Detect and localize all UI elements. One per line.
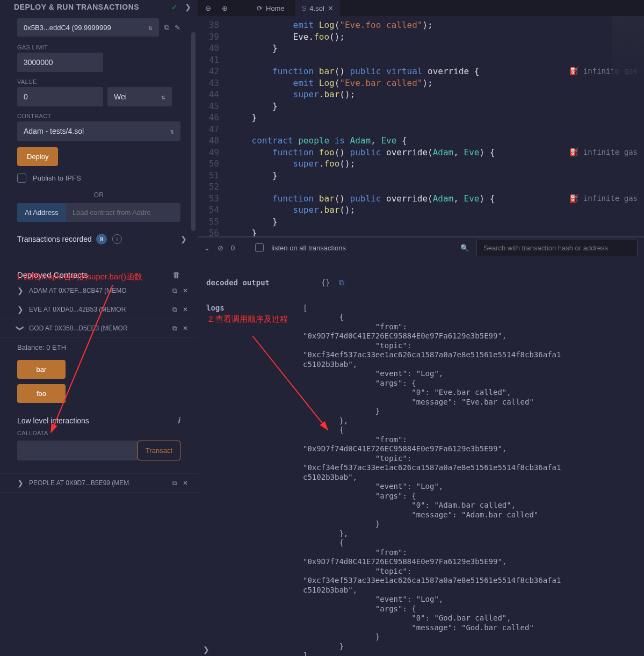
contract-select[interactable]: Adam - tests/4.sol bbox=[17, 121, 180, 141]
contract-label: CONTRACT bbox=[17, 113, 180, 119]
pending-count: 0 bbox=[231, 244, 235, 252]
code-editor[interactable]: 38 emit Log("Eve.foo called");39 Eve.foo… bbox=[198, 16, 644, 236]
collapse-icon[interactable]: ❯ bbox=[185, 3, 191, 11]
trash-icon[interactable]: 🗑 bbox=[172, 270, 180, 279]
copy-icon[interactable]: ⧉ bbox=[172, 479, 177, 487]
calldata-label: CALLDATA bbox=[0, 430, 198, 436]
at-address-input[interactable] bbox=[66, 203, 180, 222]
copy-icon[interactable]: ⧉ bbox=[172, 306, 177, 313]
contract-item-god[interactable]: ❯ GOD AT 0X358...D5EE3 (MEMOR ⧉ ✕ bbox=[0, 319, 198, 338]
edit-icon[interactable]: ✎ bbox=[175, 24, 180, 32]
chevron-right-icon: ❯ bbox=[17, 305, 24, 314]
clear-icon[interactable]: ⊘ bbox=[218, 244, 223, 252]
account-value: 0x5B3...eddC4 (99.9999999 bbox=[24, 24, 111, 32]
close-icon[interactable]: ✕ bbox=[183, 325, 188, 332]
copy-icon[interactable]: ⧉ bbox=[339, 278, 344, 287]
collapse-terminal-icon[interactable]: ⌄ bbox=[204, 244, 210, 252]
account-selector[interactable]: 0x5B3...eddC4 (99.9999999 bbox=[17, 18, 159, 37]
deploy-run-panel: DEPLOY & RUN TRANSACTIONS ✓ ❯ 0x5B3...ed… bbox=[0, 0, 198, 656]
copy-icon[interactable]: ⧉ bbox=[172, 287, 177, 294]
publish-ipfs-label: Publish to IPFS bbox=[33, 174, 81, 182]
info-icon[interactable]: i bbox=[178, 416, 180, 426]
value-unit-select[interactable]: Wei bbox=[107, 87, 172, 106]
fn-bar-button[interactable]: bar bbox=[17, 360, 66, 379]
contract-item-eve[interactable]: ❯ EVE AT 0XDA0...42B53 (MEMOR ⧉ ✕ bbox=[0, 300, 198, 319]
gas-limit-label: GAS LIMIT bbox=[17, 44, 180, 51]
home-icon: ⟳ bbox=[257, 4, 263, 12]
check-icon[interactable]: ✓ bbox=[171, 3, 177, 11]
gas-limit-input[interactable] bbox=[17, 53, 103, 72]
chevron-down-icon: ❯ bbox=[16, 325, 25, 331]
solidity-icon: S bbox=[302, 4, 307, 12]
contract-item-adam[interactable]: ❯ ADAM AT 0X7EF...8CB47 (MEMO ⧉ ✕ bbox=[0, 282, 198, 300]
terminal-toolbar: ⌄ ⊘ 0 listen on all transactions 🔍 bbox=[198, 236, 644, 258]
panel-title: DEPLOY & RUN TRANSACTIONS bbox=[14, 2, 139, 12]
annotation-2: 2.查看调用顺序及过程 bbox=[208, 314, 288, 325]
listen-label: listen on all transactions bbox=[271, 244, 346, 252]
minimap[interactable] bbox=[612, 16, 644, 86]
chevron-right-icon: ❯ bbox=[17, 286, 24, 295]
fn-foo-button[interactable]: foo bbox=[17, 384, 66, 403]
value-label: VALUE bbox=[17, 78, 180, 85]
transact-button[interactable]: Transact bbox=[138, 441, 180, 460]
or-label: OR bbox=[0, 188, 198, 203]
expand-icon[interactable]: ❯ bbox=[180, 235, 187, 243]
updown-icon bbox=[146, 23, 153, 32]
tab-file[interactable]: S 4.sol ✕ bbox=[295, 0, 340, 16]
tab-home[interactable]: ⟳ Home bbox=[250, 0, 291, 16]
copy-icon[interactable]: ⧉ bbox=[172, 325, 177, 332]
chevron-right-icon: ❯ bbox=[17, 479, 24, 487]
close-icon[interactable]: ✕ bbox=[183, 306, 188, 313]
contract-item-people[interactable]: ❯ PEOPLE AT 0X9D7...B5E99 (MEM ⧉ ✕ bbox=[0, 473, 198, 493]
calldata-input[interactable] bbox=[17, 441, 138, 460]
at-address-button[interactable]: At Address bbox=[17, 203, 66, 222]
search-icon[interactable]: 🔍 bbox=[460, 244, 469, 252]
terminal-prompt-icon[interactable]: ❯ bbox=[203, 645, 209, 654]
close-icon[interactable]: ✕ bbox=[183, 479, 188, 487]
zoom-out-icon[interactable]: ⊖ bbox=[202, 2, 214, 15]
value-input[interactable] bbox=[17, 87, 103, 106]
deploy-button[interactable]: Deploy bbox=[17, 147, 58, 166]
balance-label: Balance: 0 ETH bbox=[0, 338, 198, 358]
copy-icon[interactable]: ⧉ bbox=[164, 23, 169, 32]
updown-icon bbox=[168, 127, 174, 135]
txn-recorded-label: Transactions recorded bbox=[17, 235, 92, 243]
terminal-search-input[interactable] bbox=[476, 240, 638, 256]
tab-bar: ⊖ ⊕ ⟳ Home S 4.sol ✕ bbox=[198, 0, 644, 16]
close-icon[interactable]: ✕ bbox=[328, 4, 334, 12]
annotation-1: 1.调用people合约的super.bar()函数 bbox=[16, 272, 142, 282]
updown-icon bbox=[159, 92, 165, 101]
decoded-output-label: decoded output bbox=[206, 278, 303, 288]
editor-panel: ⊖ ⊕ ⟳ Home S 4.sol ✕ 38 emit Log("Eve.fo… bbox=[198, 0, 644, 656]
low-level-label: Low level interactions bbox=[17, 416, 89, 425]
listen-checkbox[interactable] bbox=[255, 243, 264, 252]
info-icon[interactable]: i bbox=[112, 234, 122, 244]
scrollbar[interactable] bbox=[191, 32, 196, 231]
close-icon[interactable]: ✕ bbox=[183, 287, 188, 294]
zoom-in-icon[interactable]: ⊕ bbox=[219, 2, 231, 15]
txn-count-badge: 9 bbox=[96, 234, 107, 244]
publish-ipfs-checkbox[interactable] bbox=[17, 174, 26, 183]
